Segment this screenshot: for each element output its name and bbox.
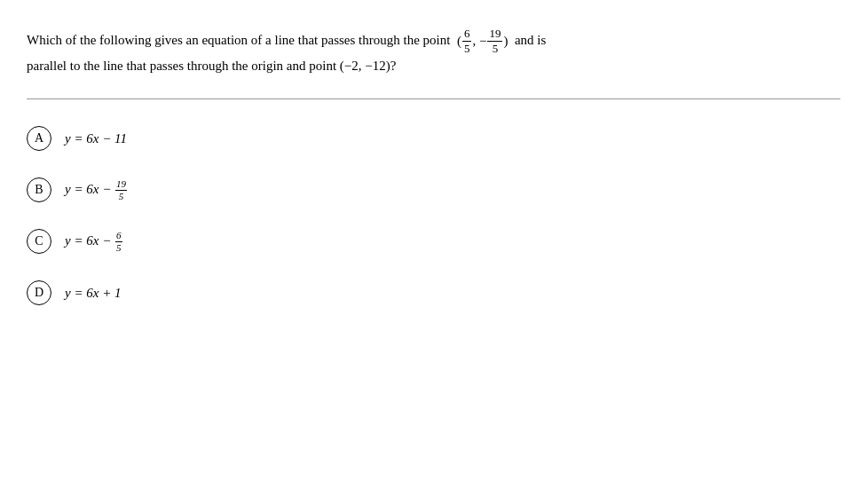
answer-formula-d: y = 6x + 1 bbox=[65, 286, 122, 301]
answer-formula-a: y = 6x − 11 bbox=[65, 131, 127, 146]
point-x-den: 5 bbox=[462, 42, 472, 56]
point-x-fraction: 65 bbox=[462, 27, 472, 55]
answer-item-a[interactable]: A y = 6x − 11 bbox=[27, 126, 840, 151]
answer-b-frac-den: 5 bbox=[118, 191, 125, 202]
answer-formula-b: y = 6x − 195 bbox=[65, 178, 128, 202]
point-y-fraction: 195 bbox=[487, 27, 502, 55]
question-text-line2: parallel to the line that passes through… bbox=[27, 59, 396, 73]
answer-formula-b-text: y = 6x − bbox=[65, 182, 114, 196]
answer-circle-d[interactable]: D bbox=[27, 280, 51, 305]
answers-section: A y = 6x − 11 B y = 6x − 195 C y = 6x − … bbox=[27, 117, 840, 341]
question-text: Which of the following gives an equation… bbox=[27, 27, 648, 76]
answer-b-frac-num: 19 bbox=[115, 178, 127, 191]
answer-item-b[interactable]: B y = 6x − 195 bbox=[27, 177, 840, 202]
answer-label-d: D bbox=[35, 286, 43, 300]
page: Which of the following gives an equation… bbox=[0, 0, 867, 504]
answer-b-fraction: 195 bbox=[115, 178, 127, 202]
answer-formula-c: y = 6x − 65 bbox=[65, 230, 123, 254]
answer-label-b: B bbox=[35, 183, 43, 197]
answer-item-d[interactable]: D y = 6x + 1 bbox=[27, 280, 840, 305]
answer-c-fraction: 65 bbox=[115, 230, 122, 254]
answer-c-frac-num: 6 bbox=[115, 230, 122, 242]
point-y-sign: − bbox=[479, 30, 486, 51]
answer-formula-d-text: y = 6x + 1 bbox=[65, 286, 122, 300]
point-x-num: 6 bbox=[462, 27, 472, 42]
question-text-before-point: Which of the following gives an equation… bbox=[27, 33, 450, 47]
answer-formula-a-text: y = 6x − 11 bbox=[65, 131, 127, 146]
point-y-den: 5 bbox=[491, 42, 500, 56]
point-y-num: 19 bbox=[487, 27, 502, 42]
answer-label-c: C bbox=[35, 234, 43, 248]
answer-circle-a[interactable]: A bbox=[27, 126, 51, 151]
answer-circle-b[interactable]: B bbox=[27, 177, 51, 202]
question-point: (65, −195) bbox=[453, 27, 508, 55]
answer-label-a: A bbox=[35, 131, 43, 146]
question-section: Which of the following gives an equation… bbox=[27, 18, 840, 90]
answer-item-c[interactable]: C y = 6x − 65 bbox=[27, 229, 840, 254]
answer-formula-c-text: y = 6x − bbox=[65, 233, 114, 248]
divider bbox=[27, 98, 840, 99]
question-text-after-point: and is bbox=[515, 33, 546, 47]
answer-c-frac-den: 5 bbox=[115, 242, 122, 254]
answer-circle-c[interactable]: C bbox=[27, 229, 51, 254]
